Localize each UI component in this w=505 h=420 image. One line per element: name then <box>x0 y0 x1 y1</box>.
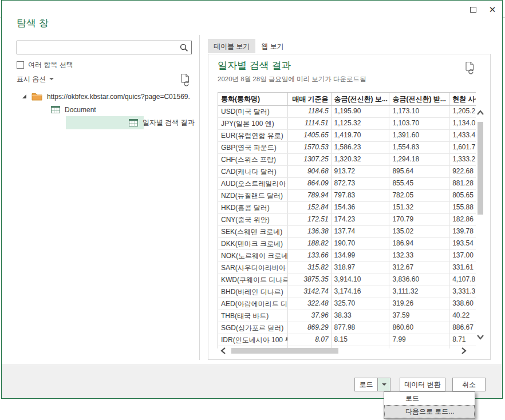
preview-tab-1[interactable]: 웹 보기 <box>255 39 289 53</box>
table-row: SGD(싱가포르 달러)869.29877.98860.60886.67 <box>218 322 476 334</box>
table-row: DKK(덴마크 크로네)188.82190.70186.94193.54 <box>218 238 476 250</box>
preview-title: 일자별 검색 결과 <box>218 59 291 72</box>
transform-data-button[interactable]: 데이터 변환 <box>400 378 445 391</box>
table-cell: 1570.53 <box>288 142 332 153</box>
table-cell: 922.68 <box>449 166 476 177</box>
scroll-down-icon[interactable] <box>476 334 484 340</box>
column-header[interactable]: 송금(전신환) 보... <box>332 93 390 105</box>
table-cell: 886.67 <box>449 322 476 334</box>
table-cell: 1,433.4 <box>449 130 476 141</box>
tree-root[interactable]: https://okbfex.kbstar.com/quics?page=C01… <box>2 90 196 103</box>
table-header-row: 통화(통화명)매매 기준율송금(전신환) 보...송금(전신환) 받...현찰 … <box>218 93 476 106</box>
table-cell: 315.82 <box>288 262 332 274</box>
preview-table-clip: 통화(통화명)매매 기준율송금(전신환) 보...송금(전신환) 받...현찰 … <box>218 92 476 348</box>
table-cell: 1,125.32 <box>332 118 390 129</box>
menu-item-0[interactable]: 로드 <box>384 392 475 405</box>
table-cell: 154.36 <box>332 202 390 213</box>
table-cell: 133.66 <box>288 250 332 261</box>
preview-tab-0[interactable]: 테이블 보기 <box>208 39 255 53</box>
table-cell: 318.97 <box>332 262 390 274</box>
table-icon <box>51 106 60 113</box>
cancel-button[interactable]: 취소 <box>452 378 486 391</box>
table-cell: 872.73 <box>332 178 390 189</box>
table-cell: DKK(덴마크 크로네) <box>218 238 288 249</box>
preview-refresh-button[interactable] <box>464 61 475 76</box>
close-button[interactable]: ✕ <box>485 3 500 16</box>
select-multiple-checkbox[interactable] <box>17 61 24 69</box>
select-multiple-label: 여러 항목 선택 <box>28 60 73 70</box>
tree-item-document[interactable]: Document <box>2 103 196 116</box>
table-cell: IDR(인도네시아 100 루피아) <box>218 334 288 346</box>
table-cell: 1,391.60 <box>389 130 449 141</box>
table-cell: 1,601.7 <box>449 142 476 153</box>
table-cell: 797.83 <box>332 190 390 201</box>
chevron-down-icon <box>382 383 386 386</box>
table-cell: 1114.51 <box>288 118 332 129</box>
column-header[interactable]: 현찰 사실 때 <box>449 93 476 105</box>
table-cell: USD(미국 달러) <box>218 106 288 117</box>
search-input[interactable] <box>19 42 177 53</box>
table-cell: SGD(싱가포르 달러) <box>218 322 288 334</box>
table-cell: 3,331.3 <box>449 286 476 298</box>
table-cell: CNY(중국 위안) <box>218 214 288 225</box>
table-row: GBP(영국 파운드)1570.531,586.231,554.831,601.… <box>218 142 476 154</box>
table-cell: 1,294.18 <box>389 154 449 165</box>
horizontal-scrollbar[interactable] <box>220 346 472 355</box>
table-cell: SEK(스웨덴 크로네) <box>218 226 288 237</box>
preview-table: 통화(통화명)매매 기준율송금(전신환) 보...송금(전신환) 받...현찰 … <box>218 92 476 348</box>
horizontal-scroll-thumb[interactable] <box>231 348 338 354</box>
table-cell: 1,195.90 <box>332 106 390 117</box>
table-cell: KWD(쿠웨이트 디나르) <box>218 274 288 286</box>
table-cell: 151.32 <box>389 202 449 213</box>
search-icon[interactable] <box>180 43 188 54</box>
preview-tabs: 테이블 보기웹 보기 <box>208 39 290 53</box>
table-cell: 3,914.10 <box>332 274 390 286</box>
table-cell: 1,320.32 <box>332 154 390 165</box>
table-cell: 3875.35 <box>288 274 332 286</box>
vertical-scrollbar[interactable] <box>475 109 486 340</box>
column-header[interactable]: 매매 기준율 <box>288 93 332 105</box>
menu-item-1[interactable]: 다음으로 로드... <box>384 405 475 418</box>
table-row: THB(태국 바트)37.9638.3337.5940.22 <box>218 310 476 322</box>
table-row: SAR(사우디아라비아 리얄)315.82318.97312.67331.61 <box>218 262 476 274</box>
load-dropdown-button[interactable] <box>377 378 390 391</box>
table-cell: 1,173.10 <box>389 106 449 117</box>
table-cell: 1405.65 <box>288 130 332 141</box>
table-cell: 40.22 <box>449 310 476 322</box>
column-header[interactable]: 송금(전신환) 받... <box>389 93 449 105</box>
table-cell: SAR(사우디아라비아 리얄) <box>218 262 288 274</box>
table-cell: AUD(오스트레일리아 달러) <box>218 178 288 189</box>
table-row: AED(아랍에미리트 디르함)322.48325.70319.26338.60 <box>218 298 476 310</box>
table-cell: 172.51 <box>288 214 332 225</box>
table-cell: 1,134.0 <box>449 118 476 129</box>
table-cell: 881.28 <box>449 178 476 189</box>
scroll-right-icon[interactable] <box>460 347 467 355</box>
table-cell: 155.88 <box>449 202 476 213</box>
preview-subtitle: 2020년 8월 28일 금요일에 미리 보기가 다운로드됨 <box>218 75 366 84</box>
close-icon: ✕ <box>489 5 496 15</box>
table-cell: 8.07 <box>288 334 332 346</box>
scroll-left-icon[interactable] <box>220 347 227 355</box>
vertical-scroll-thumb[interactable] <box>478 122 483 215</box>
maximize-button[interactable] <box>465 3 480 16</box>
display-options-button[interactable]: 표시 옵션 <box>17 75 54 83</box>
table-cell: 134.99 <box>332 250 390 261</box>
column-header[interactable]: 통화(통화명) <box>218 93 288 105</box>
load-button[interactable]: 로드 <box>354 378 378 391</box>
table-cell: 1,419.70 <box>332 130 390 141</box>
refresh-button[interactable] <box>180 73 191 88</box>
table-cell: 877.98 <box>332 322 390 334</box>
tree-expand-icon[interactable] <box>22 94 26 98</box>
table-cell: 1,554.83 <box>389 142 449 153</box>
table-body: USD(미국 달러)1184.51,195.901,173.101,205.2J… <box>218 106 476 348</box>
tree-item-daily-results[interactable]: 일자별 검색 결과 <box>2 116 196 129</box>
table-cell: 3,111.32 <box>389 286 449 298</box>
table-row: BHD(바레인 디나르)3142.743,174.163,111.323,331… <box>218 286 476 298</box>
table-cell: 895.64 <box>389 166 449 177</box>
table-row: JPY(일본 100 엔)1114.511,125.321,103.701,13… <box>218 118 476 130</box>
scroll-up-icon[interactable] <box>476 109 484 116</box>
table-cell: EUR(유럽연합 유로) <box>218 130 288 141</box>
table-cell: 193.54 <box>449 238 476 249</box>
table-cell: CHF(스위스 프랑) <box>218 154 288 165</box>
table-cell: BHD(바레인 디나르) <box>218 286 288 298</box>
